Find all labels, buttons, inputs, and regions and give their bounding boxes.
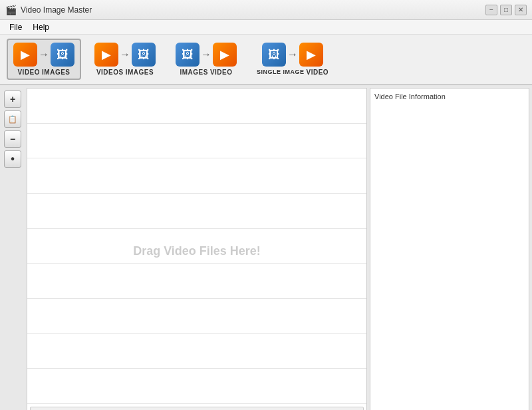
arrow-icon4: → [287,49,298,61]
video-icon4: ▶ [299,43,323,67]
images-to-video-button[interactable]: 🖼 → ▶ IMAGES VIDEO [169,39,243,80]
left-sidebar: + 📋 − • [3,88,24,410]
images-label2: IMAGES [126,69,154,76]
remove-button[interactable]: − [4,130,21,148]
drop-area[interactable]: Drag Video Files Here! [27,88,367,410]
file-info-panel: Video File Information [370,88,529,410]
title-bar: 🎬 Video Image Master − □ ✕ [0,0,532,20]
drop-text: Drag Video Files Here! [133,244,261,258]
add-button[interactable]: + [4,91,21,108]
arrow-icon: → [39,49,49,61]
horizontal-scrollbar[interactable] [30,407,364,410]
single-label: SINGLE IMAGE [257,69,305,76]
title-bar-controls: − □ ✕ [485,5,527,15]
videos-to-images-icons: ▶ → 🖼 [94,43,156,67]
video-to-images-icons: ▶ → 🖼 [13,43,74,67]
drop-line [27,89,366,124]
drop-line [27,194,366,229]
file-info-title: Video File Information [374,93,525,101]
main-content: + 📋 − • Drag Video Files Here! Video Fil… [0,85,532,410]
dot-button[interactable]: • [4,150,21,168]
close-button[interactable]: ✕ [515,5,527,15]
drop-line [27,299,366,334]
single-image-icon: 🖼 [262,43,286,67]
video-label3: VIDEO [210,69,233,76]
help-menu[interactable]: Help [27,21,55,33]
videos-icon: ▶ [94,43,118,67]
arrow-icon3: → [201,49,211,61]
file-menu[interactable]: File [4,21,27,33]
video-to-images-button[interactable]: ▶ → 🖼 VIDEO IMAGES [7,39,81,80]
toolbar: ▶ → 🖼 VIDEO IMAGES ▶ → 🖼 VIDEOS IMAGES 🖼… [0,35,532,85]
video-icon: ▶ [13,43,37,67]
drop-line [27,264,366,299]
videos-to-images-button[interactable]: ▶ → 🖼 VIDEOS IMAGES [88,39,162,80]
maximize-button[interactable]: □ [500,5,512,15]
drop-line [27,334,366,369]
videos-label: VIDEOS [96,69,124,76]
images-to-video-icons: 🖼 → ▶ [176,43,237,67]
images-icon3: 🖼 [176,43,200,67]
images-label: IMAGES [42,69,70,76]
app-title: Video Image Master [21,5,485,15]
minimize-button[interactable]: − [485,5,497,15]
video-icon3: ▶ [213,43,237,67]
single-image-to-video-button[interactable]: 🖼 → ▶ SINGLE IMAGE VIDEO [250,39,335,80]
arrow-icon2: → [120,49,130,61]
drop-line [27,369,366,404]
menu-bar: File Help [0,20,532,35]
import-button[interactable]: 📋 [4,110,21,128]
drop-line [27,124,366,159]
images-label3: IMAGES [180,69,207,76]
video-label4: VIDEO [307,69,329,76]
single-to-video-icons: 🖼 → ▶ [262,43,323,67]
drop-line [27,158,366,194]
images-icon: 🖼 [51,43,74,67]
app-icon: 🎬 [5,5,17,15]
images-icon2: 🖼 [132,43,156,67]
video-label: VIDEO [17,69,40,76]
